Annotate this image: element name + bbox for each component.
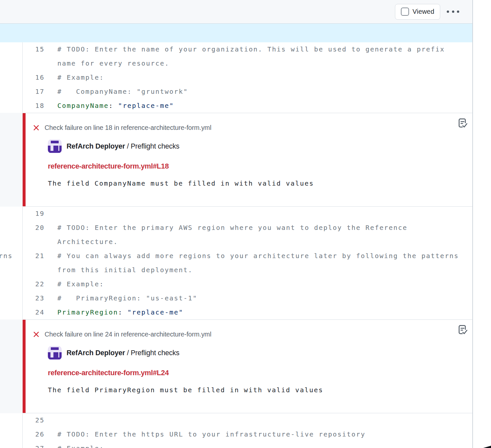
line-number[interactable]: 23: [23, 291, 45, 305]
left-pane-cell: [0, 305, 23, 319]
corner-cursor-artifact: [483, 446, 491, 448]
code-row: 23# PrimaryRegion: "us-east-1": [0, 291, 472, 305]
code-row: 19: [0, 207, 472, 221]
check-annotation-row: Check failure on line 18 in reference-ar…: [0, 113, 472, 207]
code-row: 15# TODO: Enter the name of your organiz…: [0, 42, 472, 56]
check-annotation-card: Check failure on line 18 in reference-ar…: [23, 113, 472, 207]
code-row: 17# CompanyName: "gruntwork": [0, 85, 472, 99]
annotation-severity-bar: [23, 320, 26, 413]
left-pane-cell: [0, 56, 23, 71]
annotation-message: The field CompanyName must be filled in …: [48, 179, 454, 188]
viewed-button[interactable]: Viewed: [395, 4, 440, 20]
annotation-header-text: Check failure on line 24 in reference-ar…: [45, 331, 211, 338]
x-icon: [33, 124, 40, 131]
annotation-check-name[interactable]: Preflight checks: [131, 349, 180, 357]
line-number[interactable]: 15: [23, 42, 45, 56]
diff-file-container: Viewed 15# TODO: Enter the name of your …: [0, 0, 473, 448]
code-line: # Example:: [45, 441, 472, 448]
code-line: # PrimaryRegion: "us-east-1": [45, 291, 472, 305]
app-avatar-icon: [48, 139, 62, 153]
line-number[interactable]: 22: [23, 277, 45, 291]
annotation-app-name[interactable]: RefArch Deployer: [67, 349, 125, 357]
code-line: Architecture.: [45, 235, 472, 249]
annotation-app-name[interactable]: RefArch Deployer: [67, 142, 125, 150]
code-row: 20# TODO: Enter the primary AWS region w…: [0, 221, 472, 235]
code-segment: # CompanyName: "gruntwork": [57, 88, 188, 95]
code-segment: # Example:: [57, 444, 104, 448]
code-row: 18CompanyName: "replace-me": [0, 99, 472, 113]
annotation-title-separator: /: [125, 349, 130, 357]
annotation-severity-bar: [23, 113, 26, 206]
code-line: # Example:: [45, 71, 472, 85]
left-pane-cell: [0, 413, 23, 427]
code-line: [45, 413, 472, 427]
diff-body: 15# TODO: Enter the name of your organiz…: [0, 42, 472, 448]
viewed-checkbox-icon[interactable]: [401, 8, 409, 16]
left-pane-cell: [0, 235, 23, 249]
annotation-file-link[interactable]: reference-architecture-form.yml#L18: [48, 162, 454, 171]
annotation-check-title: RefArch Deployer / Preflight checks: [48, 139, 454, 153]
file-menu-button[interactable]: [444, 7, 462, 16]
code-section: 2526# TODO: Enter the https URL to your …: [0, 413, 472, 448]
annotation-title-text: RefArch Deployer / Preflight checks: [67, 142, 179, 151]
code-segment: name for every resource.: [57, 59, 169, 67]
line-number[interactable]: [23, 263, 45, 277]
line-number[interactable]: [23, 235, 45, 249]
code-row: 26# TODO: Enter the https URL to your in…: [0, 427, 472, 441]
line-number[interactable]: 21: [23, 249, 45, 263]
check-annotation-row: Check failure on line 24 in reference-ar…: [0, 319, 472, 413]
left-pane-cell: [0, 85, 23, 99]
code-segment: :: [109, 102, 118, 110]
line-number[interactable]: [23, 56, 45, 71]
left-pane-cell: rns: [0, 249, 23, 263]
code-line: CompanyName: "replace-me": [45, 99, 472, 113]
line-number[interactable]: 19: [23, 207, 45, 221]
x-icon: [33, 331, 40, 338]
annotation-check-name[interactable]: Preflight checks: [131, 142, 180, 150]
left-pane-cell: [0, 71, 23, 85]
code-row: 25: [0, 413, 472, 427]
line-number[interactable]: 16: [23, 71, 45, 85]
annotation-file-link[interactable]: reference-architecture-form.yml#L24: [48, 369, 454, 377]
line-number[interactable]: 18: [23, 99, 45, 113]
line-number[interactable]: 24: [23, 305, 45, 319]
code-row: 27# Example:: [0, 441, 472, 448]
annotation-header-text: Check failure on line 18 in reference-ar…: [45, 124, 211, 132]
annotation-left-gutter: [0, 113, 23, 207]
viewed-label: Viewed: [413, 8, 434, 15]
annotation-action-button[interactable]: [456, 117, 469, 130]
code-line: name for every resource.: [45, 56, 472, 71]
code-line: PrimaryRegion: "replace-me": [45, 305, 472, 319]
line-number[interactable]: 20: [23, 221, 45, 235]
code-line: from this initial deployment.: [45, 263, 472, 277]
check-annotation-card: Check failure on line 24 in reference-ar…: [23, 319, 472, 413]
annotation-title-text: RefArch Deployer / Preflight checks: [67, 349, 179, 357]
code-segment: # Example:: [57, 73, 104, 81]
code-row: name for every resource.: [0, 56, 472, 71]
page: Viewed 15# TODO: Enter the name of your …: [0, 0, 491, 448]
code-segment: # PrimaryRegion: "us-east-1": [57, 294, 197, 302]
line-number[interactable]: 27: [23, 441, 45, 448]
code-row: 24PrimaryRegion: "replace-me": [0, 305, 472, 319]
code-row: 22# Example:: [0, 277, 472, 291]
line-number[interactable]: 26: [23, 427, 45, 441]
code-segment: from this initial deployment.: [57, 266, 193, 274]
code-section: 15# TODO: Enter the name of your organiz…: [0, 42, 472, 113]
code-segment: "replace-me": [118, 102, 174, 110]
left-pane-cell: [0, 221, 23, 235]
tasklist-check-icon: [456, 117, 468, 130]
annotation-check-title: RefArch Deployer / Preflight checks: [48, 346, 454, 360]
line-number[interactable]: 25: [23, 413, 45, 427]
code-line: # CompanyName: "gruntwork": [45, 85, 472, 99]
left-pane-cell: [0, 263, 23, 277]
line-number[interactable]: 17: [23, 85, 45, 99]
code-row: from this initial deployment.: [0, 263, 472, 277]
annotation-header: Check failure on line 18 in reference-ar…: [33, 124, 454, 131]
annotation-action-button[interactable]: [456, 324, 469, 337]
left-pane-cell: [0, 441, 23, 448]
kebab-horizontal-icon: [447, 10, 449, 13]
left-pane-cell: [0, 291, 23, 305]
left-pane-cell: [0, 207, 23, 221]
code-segment: Architecture.: [57, 238, 118, 246]
annotation-title-separator: /: [125, 142, 130, 150]
